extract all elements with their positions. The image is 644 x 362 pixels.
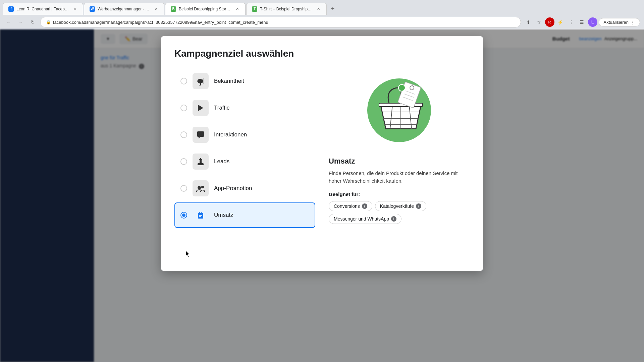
modal-title: Kampagnenziel auswählen <box>174 48 470 59</box>
svg-marker-0 <box>198 105 203 111</box>
modal-overlay[interactable]: Kampagnenziel auswählen Bekanntheit <box>0 29 644 362</box>
new-tab-button[interactable]: + <box>327 3 338 14</box>
option-app-promotion[interactable]: App-Promotion <box>174 176 315 201</box>
radio-umsatz[interactable] <box>180 212 187 219</box>
label-umsatz: Umsatz <box>214 212 233 219</box>
svg-rect-5 <box>198 213 203 219</box>
extension-btn1[interactable]: R <box>545 17 554 27</box>
tab-dropshipping[interactable]: B Beispiel Dropshipping Store -... ✕ <box>165 3 246 15</box>
bookmark-button[interactable]: ☆ <box>534 17 544 27</box>
browser-chrome: f Leon R. Chaudhari | Facebook ✕ W Werbe… <box>0 0 644 29</box>
radio-traffic[interactable] <box>180 105 187 111</box>
share-button[interactable]: ⬆ <box>524 17 533 27</box>
description-title: Umsatz <box>329 157 470 166</box>
svg-point-4 <box>201 186 204 188</box>
info-icon-katalog[interactable]: i <box>416 203 421 209</box>
browser-actions: ⬆ ☆ R ⚡ ⋮ ☰ L Aktualisieren ⋮ <box>524 17 640 27</box>
update-button[interactable]: Aktualisieren ⋮ <box>599 18 640 26</box>
svg-rect-6 <box>199 212 200 214</box>
svg-rect-2 <box>198 163 204 165</box>
tab-title-dropshipping: Beispiel Dropshipping Store -... <box>179 7 232 11</box>
tag-katalog: Katalogverkäufe i <box>375 201 426 211</box>
description-text: Finde Personen, die dein Produkt oder de… <box>329 170 470 185</box>
icon-bekanntheit <box>193 73 209 89</box>
extension-btn2[interactable]: ⚡ <box>556 17 565 27</box>
update-chevron-icon: ⋮ <box>631 20 635 25</box>
svg-point-3 <box>198 186 201 189</box>
svg-rect-7 <box>201 212 202 214</box>
label-leads: Leads <box>214 158 229 165</box>
tab-favicon-tshirt: T <box>252 6 257 12</box>
tag-label-katalog: Katalogverkäufe <box>380 203 414 209</box>
tab-favicon-facebook: f <box>8 6 14 12</box>
label-app-promotion: App-Promotion <box>214 185 252 192</box>
svg-point-24 <box>398 84 405 91</box>
extension-btn3[interactable]: ⋮ <box>567 17 576 27</box>
back-button[interactable]: ← <box>4 17 13 27</box>
icon-interaktionen <box>193 127 209 143</box>
label-traffic: Traffic <box>214 105 229 111</box>
option-bekanntheit[interactable]: Bekanntheit <box>174 68 315 94</box>
tab-title-facebook: Leon R. Chaudhari | Facebook <box>16 7 69 11</box>
browser-tabs: f Leon R. Chaudhari | Facebook ✕ W Werbe… <box>0 0 644 15</box>
svg-marker-1 <box>199 158 203 163</box>
option-umsatz[interactable]: Umsatz <box>174 202 315 228</box>
tab-favicon-dropshipping: B <box>171 6 176 12</box>
cart-illustration <box>359 68 439 149</box>
radio-bekanntheit[interactable] <box>180 78 187 84</box>
suitable-label: Geeignet für: <box>329 191 470 197</box>
tab-facebook[interactable]: f Leon R. Chaudhari | Facebook ✕ <box>3 3 83 15</box>
tab-title-werbeanzeigen: Werbeanzeigenmanager - Wer... <box>98 7 151 11</box>
label-interaktionen: Interaktionen <box>214 131 247 138</box>
tab-close-facebook[interactable]: ✕ <box>72 6 77 12</box>
profile-icon[interactable]: L <box>588 17 597 27</box>
icon-traffic <box>193 100 209 116</box>
lock-icon: 🔒 <box>46 20 51 24</box>
info-icon-messenger[interactable]: i <box>391 216 396 222</box>
address-text: facebook.com/adsmanager/manage/campaigns… <box>53 20 268 25</box>
options-list: Bekanntheit Traffic <box>174 68 315 229</box>
update-label: Aktualisieren <box>604 20 629 25</box>
radio-interaktionen[interactable] <box>180 131 187 138</box>
icon-umsatz <box>193 207 209 223</box>
reload-button[interactable]: ↻ <box>28 17 38 27</box>
tag-label-conversions: Conversions <box>334 203 360 209</box>
radio-app-promotion[interactable] <box>180 185 187 192</box>
option-leads[interactable]: Leads <box>174 149 315 174</box>
forward-button[interactable]: → <box>16 17 25 27</box>
tag-conversions: Conversions i <box>329 201 372 211</box>
tag-messenger: Messenger und WhatsApp i <box>329 214 401 224</box>
info-icon-conversions[interactable]: i <box>362 203 367 209</box>
tab-favicon-werbeanzeigen: W <box>90 6 95 12</box>
tags-list: Conversions i Katalogverkäufe i Messenge… <box>329 201 470 224</box>
tab-title-tshirt: T-Shirt – Beispiel Dropshippin... <box>260 7 313 11</box>
campaign-goal-modal: Kampagnenziel auswählen Bekanntheit <box>161 36 483 271</box>
option-traffic[interactable]: Traffic <box>174 95 315 121</box>
icon-leads <box>193 154 209 170</box>
tab-close-tshirt[interactable]: ✕ <box>316 6 321 12</box>
tab-tshirt[interactable]: T T-Shirt – Beispiel Dropshippin... ✕ <box>246 3 327 15</box>
svg-line-20 <box>413 85 413 86</box>
address-input[interactable]: 🔒 facebook.com/adsmanager/manage/campaig… <box>40 17 521 27</box>
tab-close-werbeanzeigen[interactable]: ✕ <box>153 6 159 12</box>
label-bekanntheit: Bekanntheit <box>214 78 244 84</box>
radio-leads[interactable] <box>180 158 187 165</box>
option-interaktionen[interactable]: Interaktionen <box>174 122 315 147</box>
description-panel: Umsatz Finde Personen, die dein Produkt … <box>329 68 470 229</box>
extension-btn4[interactable]: ☰ <box>577 17 587 27</box>
tag-label-messenger: Messenger und WhatsApp <box>334 216 389 222</box>
address-bar-row: ← → ↻ 🔒 facebook.com/adsmanager/manage/c… <box>0 15 644 29</box>
tab-close-dropshipping[interactable]: ✕ <box>234 6 240 12</box>
tab-werbeanzeigen[interactable]: W Werbeanzeigenmanager - Wer... ✕ <box>84 3 164 15</box>
modal-body: Bekanntheit Traffic <box>174 68 470 229</box>
svg-rect-17 <box>379 103 423 107</box>
icon-app-promotion <box>193 180 209 196</box>
